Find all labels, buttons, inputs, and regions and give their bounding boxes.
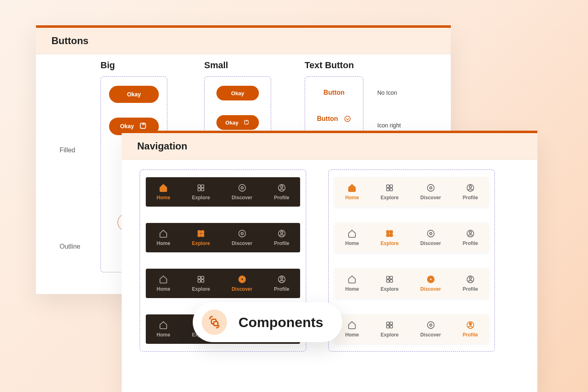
nav-item-home[interactable]: Home bbox=[345, 275, 359, 292]
compass-icon bbox=[426, 229, 435, 238]
nav-item-discover[interactable]: Discover bbox=[232, 183, 252, 200]
svg-rect-45 bbox=[390, 231, 392, 233]
nav-item-home[interactable]: Home bbox=[157, 275, 170, 292]
svg-rect-46 bbox=[387, 234, 389, 236]
svg-rect-52 bbox=[387, 276, 389, 279]
nav-item-label: Discover bbox=[232, 195, 252, 200]
home-icon bbox=[159, 229, 168, 238]
nav-item-home[interactable]: Home bbox=[345, 321, 359, 338]
profile-icon bbox=[277, 275, 286, 284]
nav-item-label: Home bbox=[157, 332, 170, 338]
navbar-light: HomeExploreDiscoverProfile bbox=[334, 269, 489, 298]
home-icon bbox=[159, 275, 168, 284]
svg-rect-47 bbox=[390, 234, 392, 236]
nav-item-profile[interactable]: Profile bbox=[274, 183, 289, 200]
navbar-light: HomeExploreDiscoverProfile bbox=[334, 314, 489, 344]
svg-point-49 bbox=[430, 232, 432, 235]
svg-rect-53 bbox=[390, 276, 392, 279]
home-icon bbox=[347, 275, 356, 284]
nav-item-label: Discover bbox=[232, 286, 252, 292]
svg-point-27 bbox=[281, 277, 283, 280]
svg-rect-54 bbox=[387, 280, 389, 282]
compass-icon bbox=[426, 321, 435, 330]
profile-icon bbox=[466, 321, 475, 330]
compass-icon bbox=[426, 183, 435, 192]
nav-item-discover[interactable]: Discover bbox=[420, 275, 441, 292]
nav-item-explore[interactable]: Explore bbox=[381, 229, 399, 246]
profile-icon bbox=[277, 229, 286, 238]
navbar-light: HomeExploreDiscoverProfile bbox=[334, 223, 489, 252]
svg-rect-15 bbox=[201, 234, 204, 236]
nav-item-label: Explore bbox=[192, 241, 210, 246]
svg-rect-13 bbox=[201, 231, 204, 233]
nav-item-label: Home bbox=[345, 241, 359, 246]
nav-item-home[interactable]: Home bbox=[345, 229, 359, 246]
nav-item-home[interactable]: Home bbox=[157, 229, 170, 246]
nav-item-profile[interactable]: Profile bbox=[463, 275, 478, 292]
svg-rect-61 bbox=[390, 322, 392, 325]
nav-item-explore[interactable]: Explore bbox=[192, 275, 210, 292]
nav-item-home[interactable]: Home bbox=[345, 183, 359, 200]
nav-item-explore[interactable]: Explore bbox=[381, 183, 399, 200]
svg-point-17 bbox=[241, 232, 243, 235]
export-icon bbox=[139, 122, 148, 131]
nav-item-discover[interactable]: Discover bbox=[232, 275, 252, 292]
compass-icon bbox=[238, 275, 247, 284]
nav-item-label: Profile bbox=[463, 241, 478, 246]
nav-item-label: Profile bbox=[463, 286, 478, 292]
svg-point-11 bbox=[281, 186, 283, 188]
nav-item-discover[interactable]: Discover bbox=[232, 229, 252, 246]
home-icon bbox=[159, 183, 168, 192]
nav-item-explore[interactable]: Explore bbox=[381, 321, 399, 338]
svg-rect-14 bbox=[198, 234, 200, 236]
nav-item-label: Home bbox=[157, 195, 170, 200]
svg-rect-6 bbox=[198, 188, 200, 191]
nav-item-explore[interactable]: Explore bbox=[192, 229, 210, 246]
compass-icon bbox=[238, 229, 247, 238]
svg-rect-5 bbox=[201, 185, 204, 187]
svg-point-41 bbox=[430, 187, 432, 189]
nav-item-label: Profile bbox=[274, 241, 289, 246]
compass-icon bbox=[426, 275, 435, 284]
nav-item-discover[interactable]: Discover bbox=[420, 321, 441, 338]
svg-point-9 bbox=[241, 187, 243, 189]
svg-rect-62 bbox=[387, 325, 389, 328]
text-button-icon-right[interactable]: Button bbox=[317, 115, 351, 122]
nav-item-profile[interactable]: Profile bbox=[274, 275, 289, 292]
profile-icon bbox=[466, 229, 475, 238]
small-filled-icon-button[interactable]: Okay bbox=[216, 115, 259, 130]
components-icon bbox=[207, 315, 221, 329]
nav-item-profile[interactable]: Profile bbox=[463, 183, 478, 200]
big-filled-button[interactable]: Okay bbox=[109, 86, 159, 103]
svg-rect-55 bbox=[390, 280, 392, 282]
nav-item-label: Home bbox=[345, 286, 359, 292]
nav-item-profile[interactable]: Profile bbox=[463, 229, 478, 246]
grid-icon bbox=[385, 183, 394, 192]
svg-point-65 bbox=[430, 324, 432, 326]
nav-item-explore[interactable]: Explore bbox=[192, 183, 210, 200]
svg-point-67 bbox=[469, 323, 472, 325]
nav-item-home[interactable]: Home bbox=[157, 183, 170, 200]
export-icon bbox=[243, 119, 250, 126]
buttons-panel-title: Buttons bbox=[36, 28, 451, 54]
svg-rect-60 bbox=[387, 322, 389, 325]
svg-rect-69 bbox=[214, 322, 218, 326]
nav-item-discover[interactable]: Discover bbox=[420, 183, 441, 200]
svg-rect-37 bbox=[390, 185, 392, 187]
nav-item-discover[interactable]: Discover bbox=[420, 229, 441, 246]
profile-icon bbox=[277, 183, 286, 192]
nav-light-group: HomeExploreDiscoverProfileHomeExploreDis… bbox=[328, 169, 495, 352]
home-icon bbox=[347, 229, 356, 238]
small-filled-button[interactable]: Okay bbox=[216, 86, 259, 100]
nav-item-home[interactable]: Home bbox=[157, 321, 170, 338]
svg-rect-39 bbox=[390, 188, 392, 191]
nav-item-profile[interactable]: Profile bbox=[463, 321, 478, 338]
nav-item-explore[interactable]: Explore bbox=[381, 275, 399, 292]
svg-rect-12 bbox=[198, 231, 200, 233]
components-pill[interactable]: Components bbox=[193, 302, 342, 342]
nav-item-profile[interactable]: Profile bbox=[274, 229, 289, 246]
components-icon-wrap bbox=[202, 310, 227, 335]
nav-item-label: Explore bbox=[381, 332, 399, 338]
nav-item-label: Explore bbox=[381, 241, 399, 246]
text-button-plain[interactable]: Button bbox=[323, 89, 345, 96]
